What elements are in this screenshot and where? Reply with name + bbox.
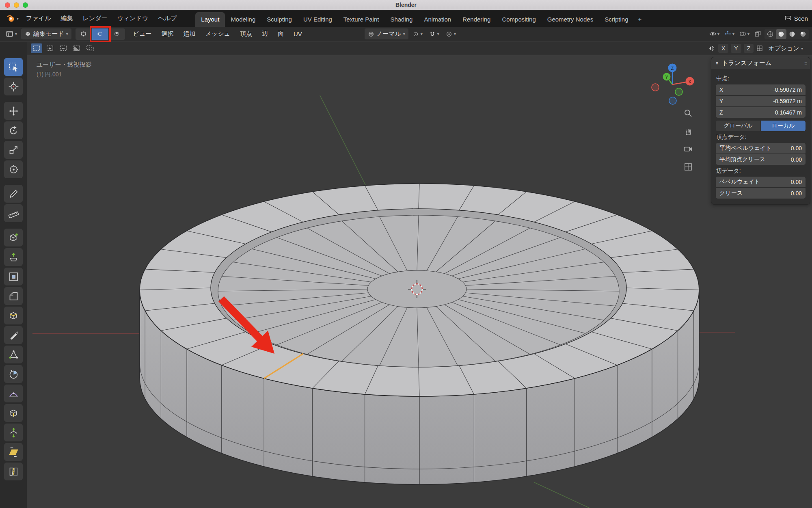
xray-toggle[interactable] (752, 29, 763, 39)
zoom-view-button[interactable] (682, 107, 694, 119)
select-mode-invert-button[interactable] (71, 43, 82, 53)
tool-loop-cut-button[interactable] (4, 307, 23, 324)
global-button[interactable]: グローバル (716, 121, 760, 131)
select-mode-subtract-button[interactable] (58, 43, 69, 53)
mirror-z-button[interactable]: Z (744, 44, 754, 53)
gizmo-z-neg-axis[interactable] (669, 97, 676, 104)
snap-toggle[interactable]: ▾ (427, 29, 442, 39)
tool-shrink-fatten-button[interactable] (4, 424, 23, 441)
mean-bevel-weight-field[interactable]: 平均ベベルウェイト 0.00 (716, 143, 806, 153)
mean-vertex-crease-field[interactable]: 平均頂点クリース 0.00 (716, 154, 806, 165)
scene-selector[interactable]: Scen (784, 15, 808, 22)
face-select-button[interactable] (109, 28, 125, 40)
menu-mesh[interactable]: メッシュ (201, 28, 234, 40)
menu-help[interactable]: ヘルプ (153, 12, 181, 25)
tool-smooth-button[interactable] (4, 385, 23, 402)
tab-rendering[interactable]: Rendering (457, 12, 496, 27)
transform-orientation-dropdown[interactable]: ノーマル ▾ (365, 28, 408, 39)
select-mode-new-button[interactable] (31, 43, 42, 53)
tool-bevel-button[interactable] (4, 287, 23, 305)
median-x-field[interactable]: X -0.59072 m (716, 84, 806, 95)
panel-grip-icon[interactable]: :::: (804, 61, 806, 66)
tab-compositing[interactable]: Compositing (496, 12, 541, 27)
tool-spin-button[interactable] (4, 365, 23, 383)
tool-knife-button[interactable] (4, 326, 23, 344)
tool-measure-button[interactable] (4, 204, 23, 222)
blender-menu-button[interactable]: ▾ (4, 14, 21, 23)
select-mode-extend-button[interactable] (44, 43, 56, 53)
minimize-button[interactable] (14, 2, 19, 8)
mirror-x-button[interactable]: X (718, 44, 728, 53)
local-button[interactable]: ローカル (761, 121, 806, 131)
close-button[interactable] (5, 2, 10, 8)
tab-sculpting[interactable]: Sculpting (261, 12, 298, 27)
menu-vertex[interactable]: 頂点 (236, 28, 256, 40)
tab-uv-editing[interactable]: UV Editing (298, 12, 338, 27)
zoom-button[interactable] (23, 2, 28, 8)
tool-poly-build-button[interactable] (4, 346, 23, 363)
menu-add[interactable]: 追加 (179, 28, 199, 40)
tool-rotate-button[interactable] (4, 121, 23, 139)
tool-scale-button[interactable] (4, 141, 23, 159)
tab-modeling[interactable]: Modeling (225, 12, 261, 27)
options-dropdown[interactable]: オプション ▾ (766, 43, 806, 54)
tool-cursor-button[interactable] (4, 78, 23, 95)
overlays-toggle[interactable]: ▾ (737, 29, 751, 39)
collapse-chevron-icon[interactable]: ▼ (715, 61, 719, 65)
orientation-gizmo[interactable]: Z Y X (648, 58, 697, 106)
wireframe-shading-button[interactable] (765, 29, 775, 39)
gizmo-toggle[interactable]: ▾ (722, 29, 736, 39)
tool-edge-slide-button[interactable] (4, 404, 23, 422)
edge-select-button[interactable] (92, 28, 108, 40)
tab-animation[interactable]: Animation (418, 12, 457, 27)
gizmo-x-neg-axis[interactable] (652, 84, 659, 91)
pivot-point-dropdown[interactable]: ▾ (410, 29, 425, 39)
menu-select[interactable]: 選択 (157, 28, 177, 40)
menu-face[interactable]: 面 (274, 28, 288, 40)
tab-texture-paint[interactable]: Texture Paint (338, 12, 385, 27)
rendered-shading-button[interactable] (798, 29, 808, 39)
shear-icon (8, 447, 19, 458)
add-workspace-button[interactable]: + (634, 12, 646, 27)
select-mode-intersect-button[interactable] (84, 43, 96, 53)
material-shading-button[interactable] (787, 29, 797, 39)
field-label: 平均ベベルウェイト (719, 145, 771, 152)
tool-add-cube-button[interactable] (4, 229, 23, 246)
tool-extrude-region-button[interactable] (4, 248, 23, 266)
editor-type-button[interactable]: ▾ (3, 28, 19, 39)
tab-shading[interactable]: Shading (384, 12, 418, 27)
vertex-select-button[interactable] (76, 28, 92, 40)
menu-view[interactable]: ビュー (129, 28, 156, 40)
tool-shear-button[interactable] (4, 443, 23, 461)
tool-transform-button[interactable] (4, 160, 23, 178)
bevel-weight-field[interactable]: ベベルウェイト 0.00 (716, 177, 806, 187)
camera-view-button[interactable] (682, 143, 694, 155)
tab-geometry-nodes[interactable]: Geometry Nodes (542, 12, 599, 27)
pan-view-button[interactable] (682, 125, 694, 137)
crease-field[interactable]: クリース 0.00 (716, 188, 806, 199)
tool-rip-region-button[interactable] (4, 463, 23, 480)
tool-move-button[interactable] (4, 102, 23, 120)
transform-panel-header[interactable]: ▼ トランスフォーム :::: (711, 57, 810, 69)
menu-uv[interactable]: UV (289, 28, 306, 40)
gizmo-y-neg-axis[interactable] (675, 88, 682, 95)
menu-window[interactable]: ウィンドウ (112, 12, 153, 25)
menu-edge[interactable]: 辺 (258, 28, 272, 40)
menu-render[interactable]: レンダー (78, 12, 112, 25)
median-z-field[interactable]: Z 0.16467 m (716, 107, 806, 118)
solid-shading-button[interactable] (776, 29, 786, 39)
mirror-y-button[interactable]: Y (731, 44, 741, 53)
tool-select-box-button[interactable] (4, 58, 23, 76)
perspective-toggle-button[interactable] (682, 161, 694, 173)
tab-scripting[interactable]: Scripting (599, 12, 634, 27)
tool-inset-faces-button[interactable] (4, 268, 23, 285)
proportional-editing-toggle[interactable]: ▾ (443, 29, 458, 39)
mode-selector[interactable]: 編集モード ▾ (21, 28, 71, 39)
menu-edit[interactable]: 編集 (56, 12, 78, 25)
tab-layout[interactable]: Layout (195, 12, 225, 27)
snap-grid-icon[interactable] (756, 45, 763, 52)
median-y-field[interactable]: Y -0.59072 m (716, 96, 806, 106)
show-hide-dropdown[interactable]: ▾ (707, 29, 721, 39)
tool-annotate-button[interactable] (4, 185, 23, 203)
menu-file[interactable]: ファイル (21, 12, 56, 25)
